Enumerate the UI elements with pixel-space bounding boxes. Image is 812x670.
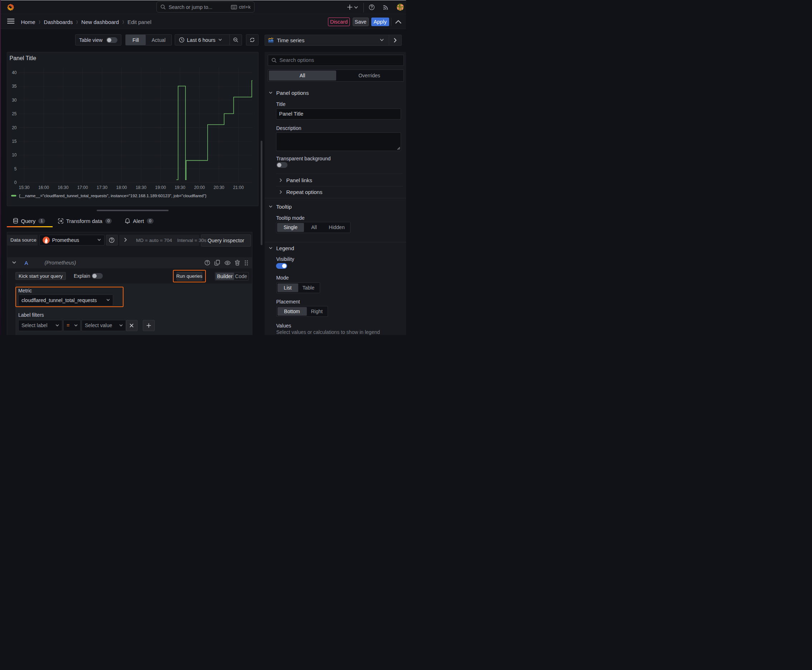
svg-text:30: 30 bbox=[12, 98, 17, 103]
svg-text:17:30: 17:30 bbox=[97, 185, 107, 190]
svg-text:21:00: 21:00 bbox=[233, 185, 244, 190]
svg-text:{__name__="cloudflared_tunnel_: {__name__="cloudflared_tunnel_total_requ… bbox=[19, 193, 207, 198]
svg-text:16:30: 16:30 bbox=[58, 185, 68, 190]
svg-text:10: 10 bbox=[12, 152, 17, 157]
svg-text:19:00: 19:00 bbox=[155, 185, 166, 190]
svg-text:19:30: 19:30 bbox=[175, 185, 185, 190]
svg-text:25: 25 bbox=[12, 111, 17, 116]
svg-text:15: 15 bbox=[12, 139, 17, 144]
svg-text:40: 40 bbox=[12, 70, 17, 75]
svg-text:20:30: 20:30 bbox=[214, 185, 224, 190]
svg-text:5: 5 bbox=[14, 166, 17, 171]
svg-text:20:00: 20:00 bbox=[194, 185, 205, 190]
svg-text:15:30: 15:30 bbox=[19, 185, 29, 190]
svg-text:18:30: 18:30 bbox=[135, 185, 146, 190]
svg-text:20: 20 bbox=[12, 125, 17, 130]
svg-text:17:00: 17:00 bbox=[77, 185, 88, 190]
svg-text:0: 0 bbox=[14, 180, 17, 185]
svg-text:16:00: 16:00 bbox=[38, 185, 49, 190]
svg-text:18:00: 18:00 bbox=[116, 185, 127, 190]
svg-text:35: 35 bbox=[12, 84, 17, 89]
